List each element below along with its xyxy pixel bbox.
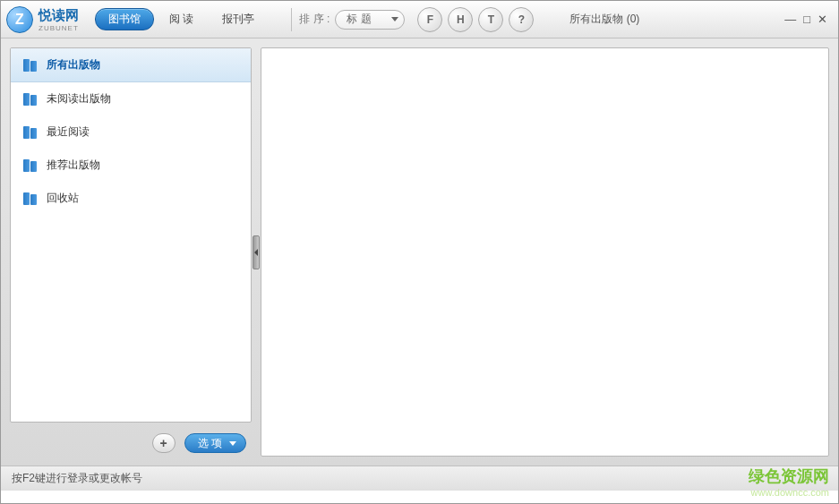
close-button[interactable]: ✕ (818, 13, 827, 26)
logo-cn: 悦读网 (39, 7, 79, 24)
sidebar-item-trash[interactable]: 回收站 (11, 182, 251, 215)
tool-button-3[interactable]: T (478, 7, 503, 32)
book-icon (23, 126, 38, 139)
tab-newsstand[interactable]: 报刊亭 (209, 8, 268, 30)
nav-tabs: 图书馆 阅 读 报刊亭 (95, 8, 268, 30)
logo-en: ZUBUNET (39, 24, 79, 32)
tool-button-help[interactable]: ? (509, 7, 534, 32)
sidebar-item-recommended[interactable]: 推荐出版物 (11, 149, 251, 182)
tab-read[interactable]: 阅 读 (156, 8, 207, 30)
sort-dropdown[interactable]: 标 题 (335, 10, 405, 30)
maximize-button[interactable]: □ (803, 13, 810, 26)
status-text: 按F2键进行登录或更改帐号 (12, 471, 142, 486)
statusbar: 按F2键进行登录或更改帐号 (1, 466, 838, 491)
toolbar: Z 悦读网 ZUBUNET 图书馆 阅 读 报刊亭 排 序 : 标 题 F H … (1, 1, 838, 38)
book-icon (23, 59, 38, 72)
logo-icon: Z (6, 6, 33, 33)
tab-library[interactable]: 图书馆 (95, 8, 154, 30)
sidebar-item-unread[interactable]: 未阅读出版物 (11, 82, 251, 115)
chevron-down-icon (391, 17, 398, 21)
toolbar-divider (291, 8, 292, 31)
sidebar-item-label: 未阅读出版物 (47, 91, 111, 107)
logo-text: 悦读网 ZUBUNET (39, 7, 79, 32)
sidebar-list: 所有出版物 未阅读出版物 最近阅读 推荐出版物 回收站 (10, 47, 252, 423)
collapse-left-icon (253, 235, 260, 269)
main-area: 所有出版物 未阅读出版物 最近阅读 推荐出版物 回收站 + 选 项 (1, 38, 838, 466)
sort-selected: 标 题 (347, 12, 371, 27)
book-icon (23, 93, 38, 106)
window-controls: — □ ✕ (784, 13, 833, 26)
options-button[interactable]: 选 项 (184, 433, 246, 453)
watermark: 绿色资源网 www.downcc.com (749, 466, 829, 498)
header-status: 所有出版物 (0) (569, 12, 639, 27)
watermark-cn: 绿色资源网 (749, 466, 829, 487)
sort-label: 排 序 : (299, 12, 330, 27)
tool-button-1[interactable]: F (417, 7, 442, 32)
tool-buttons: F H T ? (417, 7, 534, 32)
options-label: 选 项 (198, 436, 222, 451)
book-icon (23, 192, 38, 205)
book-icon (23, 159, 38, 172)
sidebar-item-label: 推荐出版物 (47, 158, 100, 173)
sidebar-item-all[interactable]: 所有出版物 (11, 48, 251, 82)
sidebar: 所有出版物 未阅读出版物 最近阅读 推荐出版物 回收站 + 选 项 (10, 47, 252, 457)
add-button[interactable]: + (152, 433, 176, 453)
sidebar-item-recent[interactable]: 最近阅读 (11, 115, 251, 149)
sidebar-footer: + 选 项 (10, 423, 252, 457)
content-pane (261, 47, 829, 457)
app-logo: Z 悦读网 ZUBUNET (6, 6, 79, 33)
sidebar-item-label: 回收站 (47, 191, 79, 206)
sidebar-item-label: 所有出版物 (47, 57, 100, 73)
tool-button-2[interactable]: H (448, 7, 473, 32)
watermark-en: www.downcc.com (749, 487, 829, 498)
splitter[interactable] (252, 47, 261, 457)
sidebar-item-label: 最近阅读 (47, 124, 90, 140)
chevron-down-icon (229, 441, 236, 446)
minimize-button[interactable]: — (784, 13, 796, 26)
